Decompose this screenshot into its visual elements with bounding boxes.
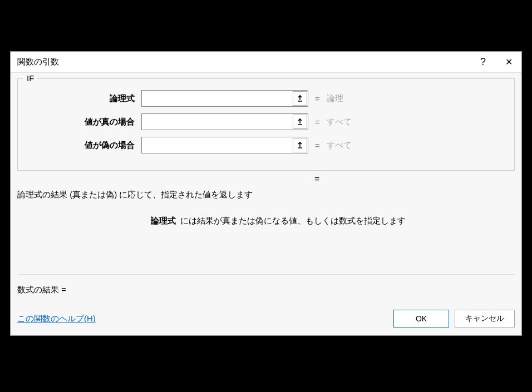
collapse-icon [296,118,304,126]
function-result-eq: = [17,174,515,184]
arg-hint-0: 論理 [327,93,343,104]
formula-result: 数式の結果 = [17,285,515,295]
equals-1: = [308,117,327,127]
close-button[interactable]: ✕ [496,52,521,73]
help-icon: ? [480,56,486,68]
function-name: IF [23,73,37,83]
cancel-button[interactable]: キャンセル [455,310,515,328]
arg-input-0[interactable] [142,92,292,105]
help-button[interactable]: ? [470,52,496,73]
arg-input-wrap-0 [141,90,308,107]
arg-input-wrap-2 [141,137,308,153]
function-arguments-dialog: 関数の引数 ? ✕ IF 論理式 = 論理 値が真の場合 [10,51,522,336]
arg-input-wrap-1 [141,113,308,130]
dialog-titlebar: 関数の引数 ? ✕ [11,52,521,73]
equals-0: = [308,94,327,103]
dialog-content: IF 論理式 = 論理 値が真の場合 [11,73,521,335]
arg-label-1: 値が真の場合 [24,117,141,127]
function-help-link[interactable]: この関数のヘルプ(H) [17,314,96,324]
divider [17,274,515,275]
button-group: OK キャンセル [393,310,515,328]
arg-hint-2: すべて [327,140,352,151]
range-selector-button-0[interactable] [293,91,307,106]
collapse-icon [296,141,304,149]
function-description: 論理式の結果 (真または偽) に応じて、指定された値を返します [17,190,515,200]
arg-row-2: 値が偽の場合 = すべて [24,137,508,153]
param-help-name: 論理式 [151,216,176,225]
arg-hint-1: すべて [327,117,352,127]
arg-row-0: 論理式 = 論理 [24,90,508,107]
close-icon: ✕ [505,57,513,67]
ok-button[interactable]: OK [393,310,449,328]
formula-result-label: 数式の結果 = [17,285,66,294]
range-selector-button-2[interactable] [293,138,307,152]
dialog-title: 関数の引数 [11,57,470,67]
arg-row-1: 値が真の場合 = すべて [24,113,508,130]
range-selector-button-1[interactable] [293,115,307,129]
equals-2: = [308,141,327,150]
arg-input-1[interactable] [142,115,292,128]
collapse-icon [296,95,304,102]
arg-input-2[interactable] [142,138,292,152]
arg-label-2: 値が偽の場合 [24,140,141,151]
param-help-text: には結果が真または偽になる値、もしくは数式を指定します [180,216,406,225]
dialog-footer: この関数のヘルプ(H) OK キャンセル [17,310,515,335]
function-fieldset: IF 論理式 = 論理 値が真の場合 [17,78,515,171]
parameter-help: 論理式には結果が真または偽になる値、もしくは数式を指定します [17,216,515,226]
arg-label-0: 論理式 [24,93,141,104]
